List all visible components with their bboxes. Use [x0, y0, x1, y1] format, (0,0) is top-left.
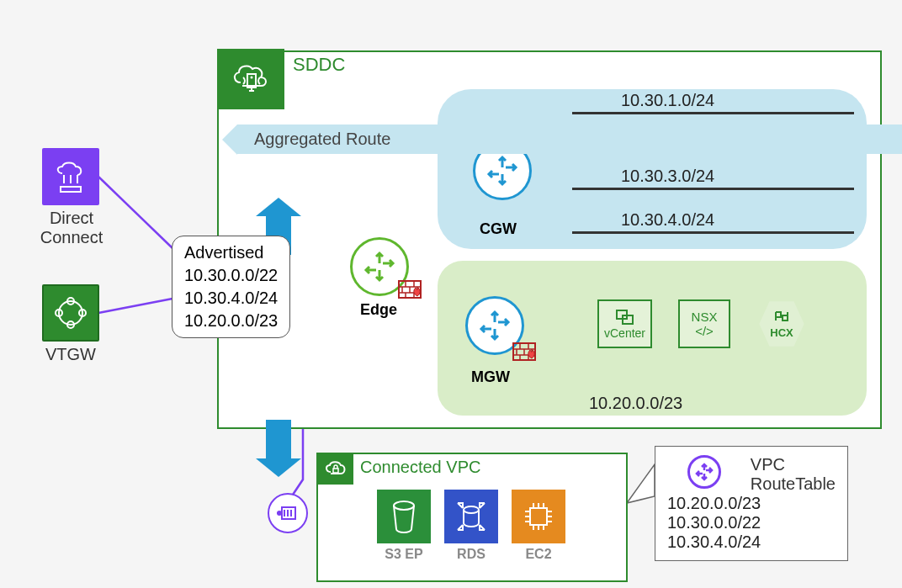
advertised-title: Advertised — [184, 241, 278, 264]
vtgw-icon — [42, 284, 99, 342]
ec2-icon: EC2 — [512, 490, 565, 562]
nsx-label-bottom: </> — [695, 324, 714, 338]
route-table-route-1: 10.30.0.0/22 — [667, 513, 836, 532]
svg-rect-12 — [333, 469, 338, 473]
route-table-icon — [687, 455, 721, 489]
hcx-label: HCX — [770, 326, 793, 339]
sddc-label: SDDC — [293, 54, 345, 76]
advertised-route-2: 10.20.0.0/23 — [184, 310, 278, 332]
route-table-title-1: VPC — [751, 455, 836, 474]
s3-icon: S3 EP — [377, 490, 431, 562]
direct-connect-icon — [42, 148, 99, 205]
route-table-title-2: RouteTable — [751, 474, 836, 494]
svg-point-13 — [394, 501, 414, 510]
connected-vpc-label: Connected VPC — [360, 458, 480, 477]
advertised-route-1: 10.30.4.0/24 — [184, 287, 278, 310]
vpc-routetable-box: VPC RouteTable 10.20.0.0/23 10.30.0.0/22… — [655, 446, 848, 561]
sddc-icon — [217, 49, 284, 109]
vtgw-label: VTGW — [42, 345, 99, 364]
ec2-label: EC2 — [512, 547, 565, 562]
cgw-label: CGW — [480, 220, 517, 238]
edge-label: Edge — [360, 301, 397, 319]
cgw-subnet-3: 10.30.4.0/24 — [621, 210, 714, 230]
nsx-label-top: NSX — [692, 310, 718, 324]
svg-point-14 — [464, 506, 479, 513]
vcenter-icon: vCenter — [597, 299, 652, 348]
nsx-icon: NSX </> — [678, 299, 730, 348]
mgw-label: MGW — [471, 368, 510, 386]
cgw-subnet-2: 10.30.3.0/24 — [621, 167, 714, 186]
cgw-subnet-line — [572, 112, 854, 114]
svg-rect-6 — [61, 187, 81, 192]
aggregated-route-label: Aggregated Route — [237, 124, 902, 154]
cgw-subnet-line — [572, 231, 854, 234]
rds-label: RDS — [444, 547, 498, 562]
vpc-cloud-icon — [316, 453, 353, 485]
eni-icon — [268, 493, 308, 533]
advertised-route-0: 10.30.0.0/22 — [184, 264, 278, 287]
route-table-route-2: 10.30.4.0/24 — [667, 532, 836, 552]
cgw-subnet-line — [572, 188, 854, 190]
cgw-subnet-0: 10.30.1.0/24 — [621, 91, 714, 110]
rds-icon: RDS — [444, 490, 498, 562]
firewall-icon — [397, 276, 422, 301]
direct-connect-label: Direct Connect — [35, 209, 108, 247]
advertised-routes-box: Advertised 10.30.0.0/22 10.30.4.0/24 10.… — [172, 236, 290, 338]
vcenter-label: vCenter — [604, 326, 645, 340]
mgw-cidr: 10.20.0.0/23 — [589, 394, 682, 413]
arrow-down-icon — [266, 420, 291, 458]
s3-label: S3 EP — [377, 547, 431, 562]
route-table-route-0: 10.20.0.0/23 — [667, 494, 836, 513]
firewall-icon — [512, 338, 537, 363]
svg-rect-15 — [530, 508, 547, 525]
svg-point-1 — [251, 77, 253, 79]
